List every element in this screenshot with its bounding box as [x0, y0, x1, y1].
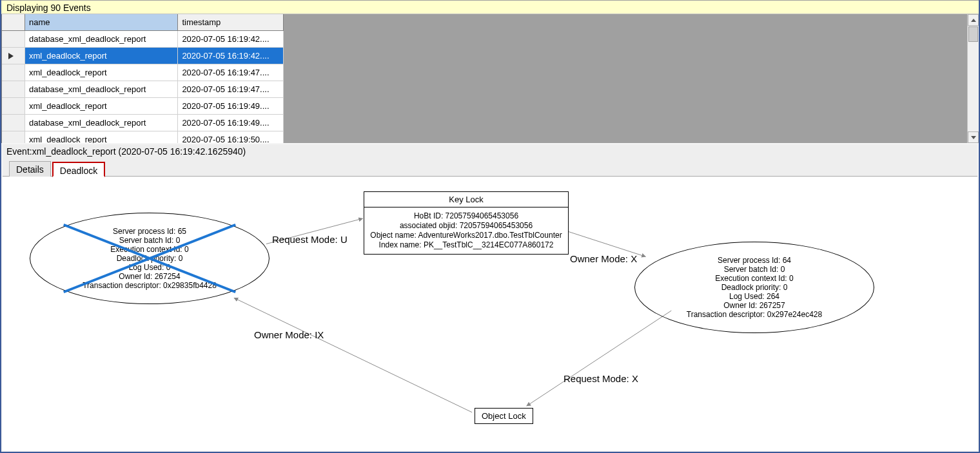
- table-row[interactable]: database_xml_deadlock_report2020-07-05 1…: [2, 31, 284, 48]
- cell-name[interactable]: database_xml_deadlock_report: [25, 115, 178, 131]
- svg-line-3: [527, 311, 671, 406]
- cell-timestamp[interactable]: 2020-07-05 16:19:47....: [178, 81, 284, 98]
- cell-timestamp[interactable]: 2020-07-05 16:19:42....: [178, 31, 284, 48]
- grid-header-selector[interactable]: [2, 14, 25, 31]
- table-row[interactable]: xml_deadlock_report2020-07-05 16:19:42..…: [2, 48, 284, 64]
- grid-header-row: name timestamp: [2, 14, 284, 31]
- event-grid-area: name timestamp database_xml_deadlock_rep…: [1, 14, 979, 143]
- row-selector-cell[interactable]: [2, 115, 25, 131]
- table-row[interactable]: database_xml_deadlock_report2020-07-05 1…: [2, 115, 284, 131]
- app-frame: Displaying 90 Events name timestamp data…: [1, 0, 979, 452]
- row-selector-cell[interactable]: [2, 31, 25, 48]
- table-row[interactable]: xml_deadlock_report2020-07-05 16:19:50..…: [2, 131, 284, 143]
- row-selector-cell[interactable]: [2, 98, 25, 115]
- cell-name[interactable]: xml_deadlock_report: [25, 98, 178, 115]
- status-banner: Displaying 90 Events: [1, 0, 979, 14]
- table-row[interactable]: xml_deadlock_report2020-07-05 16:19:47..…: [2, 64, 284, 81]
- key-lock-node[interactable]: Key Lock HoBt ID: 72057594065453056assoc…: [364, 191, 569, 255]
- grid-body: database_xml_deadlock_report2020-07-05 1…: [2, 31, 284, 143]
- cell-name[interactable]: database_xml_deadlock_report: [25, 81, 178, 98]
- arrow-up-icon: [971, 19, 976, 22]
- svg-line-2: [234, 298, 472, 412]
- scroll-thumb[interactable]: [968, 26, 978, 42]
- event-title: Event:xml_deadlock_report (2020-07-05 16…: [3, 144, 977, 160]
- edge-label-owner-x: Owner Mode: X: [570, 253, 637, 264]
- scroll-down-button[interactable]: [968, 131, 979, 143]
- cell-name[interactable]: xml_deadlock_report: [25, 48, 178, 64]
- row-selector-cell[interactable]: [2, 64, 25, 81]
- cell-timestamp[interactable]: 2020-07-05 16:19:50....: [178, 131, 284, 143]
- object-lock-node[interactable]: Object Lock: [475, 408, 533, 424]
- key-lock-body: HoBt ID: 72057594065453056associated obj…: [364, 207, 568, 254]
- cell-name[interactable]: database_xml_deadlock_report: [25, 31, 178, 48]
- cell-name[interactable]: xml_deadlock_report: [25, 64, 178, 81]
- tab-bar: Details Deadlock: [3, 160, 977, 177]
- winner-process-text: Server process Id: 64Server batch Id: 0E…: [687, 256, 822, 319]
- table-row[interactable]: xml_deadlock_report2020-07-05 16:19:49..…: [2, 98, 284, 115]
- grid-header-timestamp[interactable]: timestamp: [178, 14, 284, 31]
- row-selector-cell[interactable]: [2, 131, 25, 143]
- row-selector-cell[interactable]: [2, 48, 25, 64]
- status-banner-text: Displaying 90 Events: [6, 3, 91, 13]
- deadlock-graph[interactable]: Server process Id: 65Server batch Id: 0E…: [3, 177, 977, 450]
- table-row[interactable]: database_xml_deadlock_report2020-07-05 1…: [2, 81, 284, 98]
- cell-timestamp[interactable]: 2020-07-05 16:19:49....: [178, 115, 284, 131]
- tab-details[interactable]: Details: [9, 161, 51, 177]
- edge-label-request-x: Request Mode: X: [564, 373, 638, 384]
- row-selector-cell[interactable]: [2, 81, 25, 98]
- victim-process-text: Server process Id: 65Server batch Id: 0E…: [83, 227, 217, 290]
- edge-label-owner-ix: Owner Mode: IX: [254, 329, 324, 340]
- grid-vertical-scrollbar[interactable]: [967, 14, 979, 143]
- grid-header-name[interactable]: name: [25, 14, 178, 31]
- winner-process-node[interactable]: Server process Id: 64Server batch Id: 0E…: [634, 242, 874, 333]
- arrow-down-icon: [971, 136, 976, 139]
- cell-timestamp[interactable]: 2020-07-05 16:19:47....: [178, 64, 284, 81]
- cell-timestamp[interactable]: 2020-07-05 16:19:49....: [178, 98, 284, 115]
- scroll-up-button[interactable]: [968, 14, 979, 26]
- victim-process-node[interactable]: Server process Id: 65Server batch Id: 0E…: [30, 213, 270, 304]
- cell-timestamp[interactable]: 2020-07-05 16:19:42....: [178, 48, 284, 64]
- edge-label-request-u: Request Mode: U: [272, 234, 348, 245]
- details-panel: Event:xml_deadlock_report (2020-07-05 16…: [3, 144, 977, 450]
- row-indicator-icon: [8, 53, 14, 59]
- event-grid[interactable]: name timestamp database_xml_deadlock_rep…: [1, 14, 284, 143]
- cell-name[interactable]: xml_deadlock_report: [25, 131, 178, 143]
- tab-deadlock[interactable]: Deadlock: [52, 162, 105, 177]
- key-lock-title: Key Lock: [364, 192, 568, 207]
